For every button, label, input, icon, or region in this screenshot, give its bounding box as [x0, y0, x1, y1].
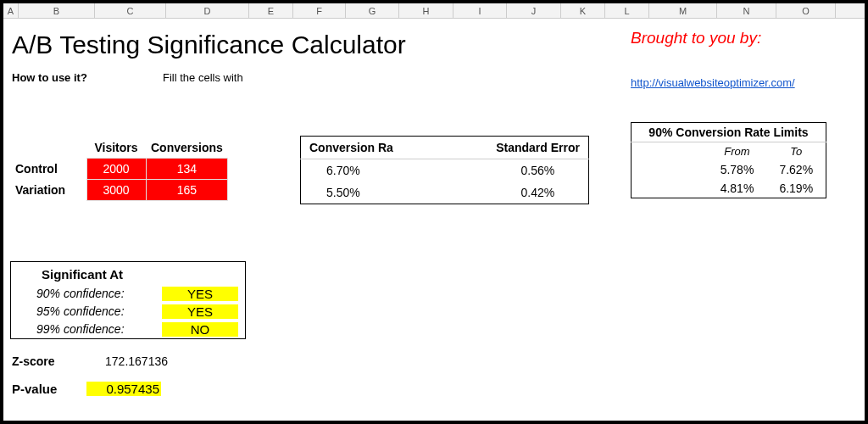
sig-label-90: 90% confidence: [11, 287, 162, 301]
input-data-block: Visitors Conversions Control 2000 134 Va… [10, 137, 228, 201]
limit-from-variation: 4.81% [708, 179, 767, 198]
column-header-cell[interactable]: G [346, 3, 399, 18]
table-row: 4.81% 6.19% [632, 179, 826, 198]
table-row: 5.78% 7.62% [632, 160, 826, 179]
table-row: Variation 3000 165 [10, 180, 228, 201]
std-error-variation: 0.42% [445, 181, 589, 204]
column-header-cell[interactable]: O [776, 3, 836, 18]
column-header-cell[interactable]: D [166, 3, 249, 18]
column-header-cell[interactable]: F [293, 3, 346, 18]
column-header-cell[interactable]: B [19, 3, 95, 18]
conversion-block: Conversion Ra Standard Error 6.70% 0.56%… [300, 136, 589, 204]
sig-row-95: 95% confidence: YES [11, 303, 245, 321]
sig-label-95: 95% confidence: [11, 304, 162, 319]
significance-block: Significant At 90% confidence: YES 95% c… [10, 261, 246, 396]
limit-to-variation: 6.19% [767, 179, 826, 198]
table-row: 5.50% 0.42% [301, 181, 589, 204]
sig-row-90: 90% confidence: YES [11, 285, 245, 303]
conversion-table: Conversion Ra Standard Error 6.70% 0.56%… [300, 136, 589, 204]
column-header-cell[interactable]: I [453, 3, 507, 18]
howto-label: How to use it? [12, 71, 163, 84]
howto-text: Fill the cells with [163, 71, 243, 84]
brought-to-you: Brought to you by: [631, 29, 761, 47]
sig-value-95: YES [162, 304, 238, 319]
header-std-error: Standard Error [445, 137, 589, 159]
table-row: 6.70% 0.56% [301, 159, 589, 182]
input-data-table: Visitors Conversions Control 2000 134 Va… [10, 137, 228, 201]
visitors-control[interactable]: 2000 [86, 159, 146, 180]
conv-rate-control: 6.70% [301, 159, 445, 182]
column-header-cell[interactable]: J [507, 3, 561, 18]
header-conv-rate: Conversion Ra [301, 137, 445, 159]
conv-rate-variation: 5.50% [301, 181, 445, 204]
sheet-content: A/B Testing Significance Calculator Brou… [3, 19, 865, 84]
visitors-variation[interactable]: 3000 [86, 180, 146, 201]
limits-header-to: To [767, 142, 826, 161]
header-visitors: Visitors [86, 137, 146, 159]
column-header-cell[interactable]: K [561, 3, 605, 18]
sig-value-99: NO [162, 322, 238, 337]
limits-header-from: From [708, 142, 767, 161]
row-label-variation: Variation [10, 180, 86, 201]
limits-title: 90% Conversion Rate Limits [632, 123, 826, 142]
p-value-value: 0.957435 [86, 382, 161, 396]
column-header-cell[interactable]: A [3, 3, 19, 18]
z-score-value: 172.167136 [86, 354, 168, 368]
sig-value-90: YES [162, 287, 238, 301]
z-score-row: Z-score 172.167136 [10, 354, 246, 368]
p-value-row: P-value 0.957435 [10, 382, 246, 396]
conversions-variation[interactable]: 165 [146, 180, 228, 201]
limits-table: 90% Conversion Rate Limits From To 5.78%… [631, 122, 826, 198]
column-header-cell[interactable]: E [249, 3, 293, 18]
column-header-cell[interactable]: H [399, 3, 453, 18]
column-header-cell[interactable]: L [605, 3, 649, 18]
p-value-label: P-value [10, 382, 86, 396]
conversions-control[interactable]: 134 [146, 159, 228, 180]
limit-to-control: 7.62% [767, 160, 826, 179]
limit-from-control: 5.78% [708, 160, 767, 179]
limits-block: 90% Conversion Rate Limits From To 5.78%… [631, 122, 826, 198]
sig-label-99: 99% confidence: [11, 322, 162, 337]
column-header-cell[interactable]: C [95, 3, 166, 18]
significance-title: Significant At [11, 262, 245, 285]
spreadsheet-frame: ABCDEFGHIJKLMNO A/B Testing Significance… [0, 0, 868, 424]
column-header-cell[interactable]: M [649, 3, 717, 18]
column-header-row: ABCDEFGHIJKLMNO [3, 3, 865, 19]
column-header-cell[interactable]: N [717, 3, 776, 18]
vwo-link-cell: http://visualwebsiteoptimizer.com/ [631, 76, 795, 89]
std-error-control: 0.56% [445, 159, 589, 182]
table-row: Control 2000 134 [10, 159, 228, 180]
header-conversions: Conversions [146, 137, 228, 159]
z-score-label: Z-score [10, 354, 86, 368]
vwo-link[interactable]: http://visualwebsiteoptimizer.com/ [631, 76, 795, 89]
sig-row-99: 99% confidence: NO [11, 321, 245, 338]
significance-box: Significant At 90% confidence: YES 95% c… [10, 261, 246, 339]
row-label-control: Control [10, 159, 86, 180]
